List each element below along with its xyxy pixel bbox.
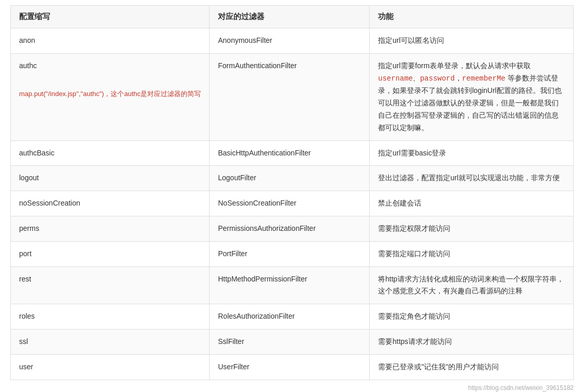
cell-filter: RolesAuthorizationFilter [210,304,370,330]
cell-filter: HttpMethodPermissionFilter [210,266,370,304]
func-text-complex: 指定url需要form表单登录，默认会从请求中获取username、passwo… [378,60,565,134]
cell-abbr: port [11,241,210,266]
cell-filter: UserFilter [210,354,370,380]
table-row: authcBasicBasicHttpAuthenticationFilter指… [11,140,574,166]
authc-note: map.put("/index.jsp","authc")，这个authc是对应… [19,88,201,100]
watermark: https://blog.csdn.net/weixin_39615182 [468,384,574,391]
filter-table: 配置缩写 对应的过滤器 功能 anonAnonymousFilter指定url可… [10,5,574,380]
cell-filter: SslFilter [210,329,370,354]
cell-abbr: authcmap.put("/index.jsp","authc")，这个aut… [11,53,210,140]
cell-func: 指定url需要form表单登录，默认会从请求中获取username、passwo… [370,53,574,140]
cell-abbr: noSessionCreation [11,191,210,216]
func-text-normal: 、 [413,74,420,82]
func-text-code: username [378,74,413,83]
cell-filter: PermissionsAuthorizationFilter [210,216,370,241]
cell-func: 指定url需要basic登录 [370,140,574,166]
table-row: noSessionCreationNoSessionCreationFilter… [11,191,574,216]
header-filter: 对应的过滤器 [210,6,370,28]
func-text-code: password [420,74,454,83]
cell-func: 将http请求方法转化成相应的动词来构造一个权限字符串，这个感觉意义不大，有兴趣… [370,266,574,304]
cell-func: 指定url可以匿名访问 [370,28,574,54]
table-row: restHttpMethodPermissionFilter将http请求方法转… [11,266,574,304]
cell-filter: LogoutFilter [210,166,370,191]
table-row: permsPermissionsAuthorizationFilter需要指定权… [11,216,574,241]
cell-func: 需要已登录或"记住我"的用户才能访问 [370,354,574,380]
func-text-normal: 指定url需要form表单登录，默认会从请求中获取 [378,61,531,70]
func-text-normal: ， [455,74,462,82]
cell-func: 需要指定端口才能访问 [370,241,574,266]
table-row: portPortFilter需要指定端口才能访问 [11,241,574,266]
cell-abbr: logout [11,166,210,191]
header-abbr: 配置缩写 [11,6,210,28]
page-container: 配置缩写 对应的过滤器 功能 anonAnonymousFilter指定url可… [0,0,584,392]
table-header-row: 配置缩写 对应的过滤器 功能 [11,6,574,28]
cell-func: 禁止创建会话 [370,191,574,216]
table-row: sslSslFilter需要https请求才能访问 [11,329,574,354]
cell-abbr: perms [11,216,210,241]
cell-abbr: ssl [11,329,210,354]
cell-filter: NoSessionCreationFilter [210,191,370,216]
cell-filter: AnonymousFilter [210,28,370,54]
cell-abbr: user [11,354,210,380]
func-text-code: rememberMe [462,74,506,83]
cell-abbr: rest [11,266,210,304]
cell-filter: PortFilter [210,241,370,266]
cell-filter: BasicHttpAuthenticationFilter [210,140,370,166]
cell-func: 需要指定角色才能访问 [370,304,574,330]
cell-filter: FormAuthenticationFilter [210,53,370,140]
cell-abbr: anon [11,28,210,54]
cell-func: 需要https请求才能访问 [370,329,574,354]
table-row: authcmap.put("/index.jsp","authc")，这个aut… [11,53,574,140]
table-row: anonAnonymousFilter指定url可以匿名访问 [11,28,574,54]
table-row: userUserFilter需要已登录或"记住我"的用户才能访问 [11,354,574,380]
header-func: 功能 [370,6,574,28]
cell-func: 登出过滤器，配置指定url就可以实现退出功能，非常方便 [370,166,574,191]
cell-abbr: roles [11,304,210,330]
cell-func: 需要指定权限才能访问 [370,216,574,241]
abbr-text: authc [19,61,37,70]
table-row: rolesRolesAuthorizationFilter需要指定角色才能访问 [11,304,574,330]
table-row: logoutLogoutFilter登出过滤器，配置指定url就可以实现退出功能… [11,166,574,191]
cell-abbr: authcBasic [11,140,210,166]
